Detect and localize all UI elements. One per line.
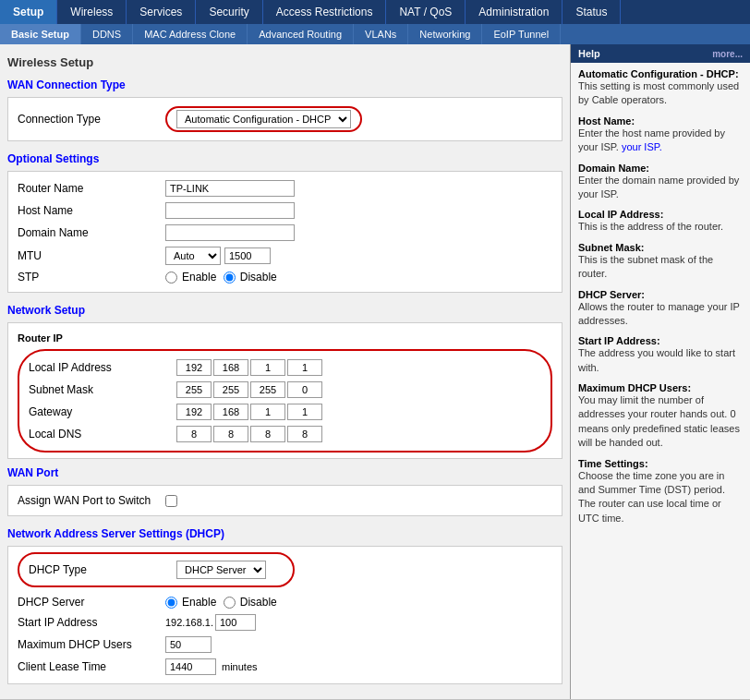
tab-wireless[interactable]: Wireless [57,0,127,24]
help-topic-0-title: Automatic Configuration - DHCP: [578,68,743,79]
tab-setup[interactable]: Setup [0,0,57,24]
mtu-value-input[interactable] [224,247,271,264]
wan-port-title: WAN Port [7,463,562,485]
help-topic-2-body: Enter the domain name provided by your I… [578,174,743,202]
router-ip-title: Router IP [18,329,552,349]
dhcp-type-row: DHCP Type DHCP Server [29,558,284,582]
dns-2[interactable] [213,426,248,442]
left-content: Wireless Setup WAN Connection Type Conne… [0,44,570,699]
help-topic-7: Maximum DHCP Users: You may limit the nu… [578,382,743,451]
tab-security[interactable]: Security [196,0,262,24]
help-topic-5-title: DHCP Server: [578,289,743,300]
optional-section-title: Optional Settings [7,149,562,171]
wan-section: WAN Connection Type Connection Type Auto… [7,75,562,141]
network-section-title: Network Setup [7,300,562,322]
help-topic-8: Time Settings: Choose the time zone you … [578,458,743,526]
dhcp-server-label: DHCP Server [18,596,165,609]
tab-status[interactable]: Status [562,0,621,24]
host-name-row: Host Name [18,199,552,222]
dhcp-server-row: DHCP Server Enable Disable [18,593,552,611]
host-name-input[interactable] [165,202,295,219]
domain-name-input[interactable] [165,224,295,241]
subnet-mask-label: Subnet Mask [29,383,176,396]
dns-3[interactable] [250,426,285,442]
help-topic-4: Subnet Mask: This is the subnet mask of … [578,242,743,282]
subnet-4[interactable] [287,381,322,398]
local-ip-1[interactable] [176,359,212,376]
start-ip-input[interactable] [215,614,256,631]
optional-section: Optional Settings Router Name Host Name [7,149,562,293]
top-nav: Setup Wireless Services Security Access … [0,0,750,24]
connection-type-row: Connection Type Automatic Configuration … [18,103,552,135]
gateway-2[interactable] [213,404,248,420]
subtab-mac-address-clone[interactable]: MAC Address Clone [133,24,248,44]
subtab-basic-setup[interactable]: Basic Setup [0,24,81,44]
help-more-link[interactable]: more... [712,49,743,59]
help-topic-3-body: This is the address of the router. [578,220,743,234]
local-dns-label: Local DNS [29,428,176,441]
help-topic-7-title: Maximum DHCP Users: [578,382,743,393]
main-layout: Wireless Setup WAN Connection Type Conne… [0,44,750,699]
subnet-2[interactable] [213,381,248,398]
stp-enable-radio[interactable] [165,272,177,284]
dhcp-disable-label: Disable [240,596,277,609]
local-ip-3[interactable] [250,359,285,376]
subtab-advanced-routing[interactable]: Advanced Routing [248,24,354,44]
domain-name-label: Domain Name [18,226,165,239]
connection-type-select[interactable]: Automatic Configuration - DHCP [176,110,351,128]
start-ip-row: Start IP Address 192.168.1. [18,611,552,634]
dhcp-enable-label: Enable [182,596,216,609]
help-topic-0-body: This setting is most commonly used by Ca… [578,79,743,108]
subtab-ddns[interactable]: DDNS [81,24,133,44]
tab-administration[interactable]: Administration [466,0,562,24]
dhcp-server-control: Enable Disable [165,596,277,609]
subtab-eoip-tunnel[interactable]: EoIP Tunnel [482,24,561,44]
help-topic-7-body: You may limit the number of addresses yo… [578,393,743,451]
tab-access-restrictions[interactable]: Access Restrictions [263,0,387,24]
mtu-row: MTU Auto [18,244,552,268]
dhcp-type-label: DHCP Type [29,563,176,576]
help-topic-1-link[interactable]: your ISP. [622,141,662,152]
domain-name-control [165,224,295,241]
help-panel: Help more... Automatic Configuration - D… [570,44,750,699]
dhcp-enable-radio[interactable] [165,597,177,609]
help-topic-2-title: Domain Name: [578,163,743,174]
router-name-label: Router Name [18,182,165,195]
subtab-vlans[interactable]: VLANs [354,24,408,44]
help-topic-2: Domain Name: Enter the domain name provi… [578,163,743,202]
wireless-setup-title: Wireless Setup [7,52,562,75]
tab-nat-qos[interactable]: NAT / QoS [386,0,466,24]
local-ip-control [176,359,322,376]
gateway-4[interactable] [287,404,322,420]
lease-time-input[interactable] [165,658,216,675]
dns-4[interactable] [287,426,322,442]
mtu-mode-select[interactable]: Auto [165,247,221,265]
subnet-3[interactable] [250,381,285,398]
dns-1[interactable] [176,426,212,442]
subnet-1[interactable] [176,381,212,398]
local-ip-2[interactable] [213,359,248,376]
connection-type-label: Connection Type [18,113,165,126]
router-name-input[interactable] [165,180,295,197]
stp-disable-radio[interactable] [224,272,236,284]
help-header: Help more... [571,44,750,63]
stp-enable-label: Enable [182,271,216,284]
help-title: Help [578,48,600,59]
local-ip-4[interactable] [287,359,322,376]
help-topic-5-body: Allows the router to manage your IP addr… [578,300,743,329]
start-ip-prefix: 192.168.1. [165,617,213,628]
gateway-3[interactable] [250,404,285,420]
max-users-input[interactable] [165,636,212,653]
mtu-control: Auto [165,247,271,265]
dhcp-disable-radio[interactable] [224,597,236,609]
dhcp-type-select[interactable]: DHCP Server [176,561,266,579]
router-name-control [165,180,295,197]
gateway-1[interactable] [176,404,212,420]
help-topic-6-body: The address you would like to start with… [578,346,743,375]
assign-wan-checkbox[interactable] [165,495,177,507]
dhcp-section-title: Network Address Server Settings (DHCP) [7,524,562,546]
start-ip-label: Start IP Address [18,616,165,629]
tab-services[interactable]: Services [127,0,196,24]
subtab-networking[interactable]: Networking [408,24,482,44]
assign-wan-row: Assign WAN Port to Switch [18,491,552,510]
